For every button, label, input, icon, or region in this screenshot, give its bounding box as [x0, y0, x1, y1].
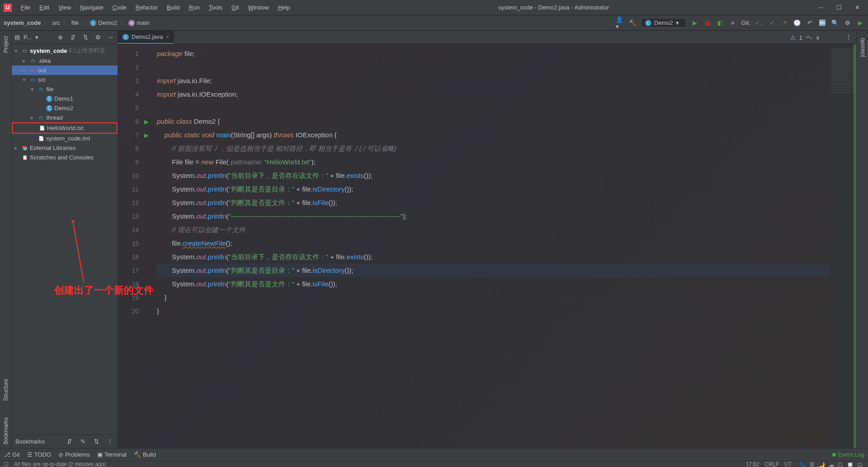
- code-line[interactable]: // 现在可以创建一个文件: [157, 223, 829, 237]
- git-history-icon[interactable]: 🕐: [793, 19, 801, 27]
- code-line[interactable]: System.out.println("判断其是否是文件：" + file.is…: [157, 277, 829, 291]
- chevron-icon[interactable]: ▾: [14, 47, 20, 54]
- tree-item[interactable]: ▸📚External Libraries: [12, 143, 118, 153]
- tool-bookmarks[interactable]: Bookmarks: [3, 414, 9, 448]
- minimize-button[interactable]: ─: [814, 1, 828, 14]
- tree-item[interactable]: ▾🗀system_code E:\上传资料至: [12, 45, 118, 56]
- menu-navigate[interactable]: Navigate: [76, 2, 107, 13]
- code-line[interactable]: System.out.println("判断其是否是目录：" + file.is…: [157, 264, 829, 277]
- code-line[interactable]: System.out.println("当前目录下，是否存在该文件：" + fi…: [157, 169, 829, 182]
- tray-icon[interactable]: 🐾: [799, 462, 806, 467]
- chevron-icon[interactable]: ▸: [23, 57, 28, 64]
- stop-icon[interactable]: ■: [729, 19, 737, 27]
- chevron-icon[interactable]: ▸: [23, 67, 28, 74]
- tray-icon[interactable]: 🌙: [818, 462, 825, 467]
- menu-git[interactable]: Git: [228, 2, 243, 13]
- translate-icon[interactable]: 🔤: [818, 19, 826, 27]
- add-config-icon[interactable]: 👤▾: [616, 19, 624, 27]
- minimap[interactable]: [829, 44, 856, 448]
- hide-icon[interactable]: ─: [107, 33, 115, 42]
- close-tab-icon[interactable]: ×: [165, 33, 169, 40]
- tree-item[interactable]: CDemo2: [12, 103, 118, 113]
- code-line[interactable]: // 前面没有写 ./ ，但是也相当于是 相对路径，即 相当于是有 ./ (./…: [157, 142, 829, 155]
- close-button[interactable]: ✕: [850, 1, 864, 14]
- tree-item[interactable]: ▸🗀.idea: [12, 56, 118, 65]
- vcs-status-icon[interactable]: ☐: [4, 461, 9, 467]
- encoding[interactable]: UT: [784, 461, 792, 467]
- debug-icon[interactable]: 🐞: [703, 19, 712, 27]
- editor-tab[interactable]: C Demo2.java ×: [118, 31, 174, 44]
- line-separator[interactable]: CRLF: [765, 461, 779, 467]
- tool-structure[interactable]: Structure: [3, 375, 9, 405]
- breadcrumb-item[interactable]: src: [52, 19, 60, 26]
- inspection-widget[interactable]: ⚠ 1 ヘ ∨: [790, 33, 820, 42]
- cursor-position[interactable]: 17:62: [746, 461, 760, 467]
- code-line[interactable]: System.out.println("--------------------…: [157, 210, 829, 223]
- dropdown-icon[interactable]: ▾: [35, 34, 38, 41]
- tree-item[interactable]: ▾🗀file: [12, 84, 118, 94]
- tray-icon[interactable]: 🗯: [857, 462, 863, 467]
- code-line[interactable]: package file;: [157, 47, 829, 61]
- more-tabs-icon[interactable]: ⋮: [841, 31, 856, 44]
- menu-view[interactable]: View: [55, 2, 75, 13]
- code-line[interactable]: }: [157, 304, 829, 318]
- hammer-icon[interactable]: 🔨: [628, 19, 637, 27]
- collapse-icon[interactable]: ⇅: [81, 33, 90, 42]
- settings-icon[interactable]: ⚙: [844, 19, 852, 27]
- tray-icon[interactable]: 口: [838, 462, 843, 467]
- bm-more-icon[interactable]: ⋮: [106, 438, 114, 446]
- gear-icon[interactable]: ⚙: [94, 33, 102, 42]
- code-line[interactable]: System.out.println("判断其是否是目录：" + file.is…: [157, 182, 829, 196]
- scrollbar-track[interactable]: [854, 44, 856, 448]
- code-line[interactable]: [157, 101, 829, 115]
- code-line[interactable]: System.out.println("判断其是否是文件：" + file.is…: [157, 196, 829, 210]
- panel-view-icon[interactable]: ▤: [14, 34, 20, 41]
- tray-icon[interactable]: 英: [809, 462, 815, 467]
- breadcrumb[interactable]: system_code〉src〉file〉CDemo2〉mmain: [4, 19, 149, 27]
- run-icon[interactable]: ▶: [691, 19, 699, 27]
- tree-item[interactable]: ▾🗀src: [12, 75, 118, 84]
- tree-item[interactable]: 📄system_code.iml: [12, 134, 118, 143]
- code-line[interactable]: File file = new File( pathname: "HelloWo…: [157, 155, 829, 169]
- maximize-button[interactable]: ☐: [832, 1, 846, 14]
- code-line[interactable]: System.out.println("当前目录下，是否存在该文件：" + fi…: [157, 250, 829, 264]
- prev-problem-icon[interactable]: ヘ: [806, 33, 812, 42]
- tree-item[interactable]: ▸🗀out: [12, 65, 118, 75]
- bm-expand-icon[interactable]: ⇅: [92, 438, 100, 446]
- menu-edit[interactable]: Edit: [36, 2, 53, 13]
- event-log[interactable]: Event Log: [832, 451, 864, 458]
- chevron-icon[interactable]: ▸: [31, 114, 36, 121]
- project-tree[interactable]: ▾🗀system_code E:\上传资料至▸🗀.idea▸🗀out▾🗀src▾…: [12, 44, 118, 434]
- git-update-icon[interactable]: ✓↓: [755, 19, 763, 27]
- bottom-tool-build[interactable]: 🔨Build: [134, 451, 156, 458]
- code-line[interactable]: import java.io.File;: [157, 74, 829, 88]
- bottom-tool-problems[interactable]: ⊘Problems: [58, 451, 90, 458]
- tool-project[interactable]: Project: [3, 33, 9, 56]
- bm-sort-icon[interactable]: ⇵: [65, 438, 73, 446]
- git-push-icon[interactable]: ↗: [780, 19, 788, 27]
- run-gutter[interactable]: ▶▶: [142, 44, 151, 448]
- bottom-tool-todo[interactable]: ☰TODO: [27, 451, 51, 458]
- code-line[interactable]: import java.io.IOException;: [157, 88, 829, 101]
- run-line-icon[interactable]: ▶: [144, 132, 149, 139]
- code-line[interactable]: file.createNewFile();: [157, 237, 829, 250]
- next-problem-icon[interactable]: ∨: [816, 34, 820, 41]
- menu-run[interactable]: Run: [185, 2, 203, 13]
- tree-item[interactable]: 📋Scratches and Consoles: [12, 153, 118, 162]
- git-commit-icon[interactable]: ✓: [768, 19, 776, 27]
- search-icon[interactable]: 🔍: [831, 19, 839, 27]
- chevron-icon[interactable]: ▾: [23, 76, 28, 83]
- tool-jclasslib[interactable]: jclasslib: [859, 34, 866, 61]
- menu-refactor[interactable]: Refactor: [132, 2, 161, 13]
- chevron-icon[interactable]: ▾: [31, 86, 36, 93]
- code-line[interactable]: }: [157, 291, 829, 304]
- code-line[interactable]: [157, 61, 829, 74]
- tray-icon[interactable]: 🔲: [847, 462, 854, 467]
- run-line-icon[interactable]: ▶: [144, 118, 149, 125]
- breadcrumb-item[interactable]: file: [71, 19, 79, 26]
- menu-window[interactable]: Window: [245, 2, 273, 13]
- bottom-tool-terminal[interactable]: ▣Terminal: [97, 451, 127, 458]
- coverage-icon[interactable]: ◧: [716, 19, 724, 27]
- menu-help[interactable]: Help: [274, 2, 294, 13]
- breadcrumb-item[interactable]: system_code: [4, 19, 41, 26]
